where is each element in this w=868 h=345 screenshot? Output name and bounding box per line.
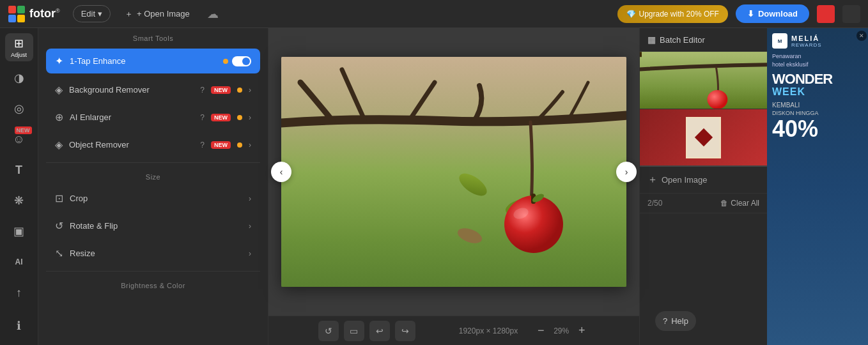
rotate-chevron-icon: ›	[249, 222, 251, 231]
thumbnail-1[interactable]	[640, 52, 767, 109]
brightness-color-label: Brightness & Color	[38, 275, 268, 293]
ai-enlarger-badge: NEW	[211, 114, 231, 121]
obj-remover-help-icon[interactable]: ?	[200, 141, 205, 150]
download-icon: ⬇	[747, 9, 754, 19]
obj-remover-badge: NEW	[211, 141, 231, 149]
enhance-toggle[interactable]	[232, 56, 251, 66]
clear-all-button[interactable]: 🗑 Clear All	[720, 199, 759, 208]
download-button[interactable]: ⬇ Download	[736, 4, 809, 23]
crop-label: Crop	[70, 194, 242, 203]
chevron-down-icon: ▾	[98, 9, 102, 19]
sidebar-item-upload[interactable]: ↑	[5, 279, 33, 307]
cloud-button[interactable]: ☁	[204, 4, 222, 24]
smart-tools-label: Smart Tools	[38, 28, 268, 46]
open-image-row[interactable]: ＋ Open Image	[640, 167, 767, 194]
sidebar-item-frames[interactable]: ▣	[5, 217, 33, 245]
ad-inner: ✕ M MELIÁ REWARDS Penawaranhotel eksklus…	[767, 28, 868, 345]
tool-one-tap-enhance[interactable]: ✦ 1-Tap Enhance	[46, 49, 260, 73]
ad-close-button[interactable]: ✕	[856, 31, 867, 41]
tool-background-remover[interactable]: ◈ Background Remover ? NEW ›	[46, 77, 260, 102]
ad-subtitle: Penawaranhotel eksklusif	[772, 52, 864, 68]
svg-rect-0	[8, 6, 16, 13]
batch-editor-icon: ▦	[647, 34, 656, 45]
next-image-button[interactable]: ›	[616, 162, 637, 182]
adjust-icon: ⊞	[14, 36, 24, 50]
sidebar-item-beauty[interactable]: ◎	[5, 95, 33, 123]
sticker-icon: ☺	[13, 133, 24, 146]
bg-remover-dot	[237, 88, 242, 93]
extra-button[interactable]	[842, 5, 860, 23]
enhance-icon: ✦	[55, 55, 63, 67]
clear-label: Clear All	[731, 199, 759, 208]
trash-icon: 🗑	[720, 199, 728, 208]
sidebar-item-effect[interactable]: ◑	[5, 64, 33, 92]
frame-inner	[686, 117, 721, 158]
sidebar-item-elements[interactable]: ❋	[5, 187, 33, 215]
edit-button[interactable]: Edit ▾	[73, 5, 111, 22]
tool-resize[interactable]: ⤡ Resize ›	[46, 241, 260, 266]
info-icon: ℹ	[17, 319, 21, 333]
bg-remover-help-icon[interactable]: ?	[200, 86, 205, 95]
sidebar-item-sticker[interactable]: NEW ☺	[5, 125, 33, 153]
enhance-toggle-group	[223, 56, 251, 66]
record-button[interactable]	[817, 5, 835, 23]
crop-chevron-icon: ›	[249, 194, 251, 203]
zoom-out-button[interactable]: −	[533, 323, 548, 339]
melia-logo: M	[772, 33, 787, 49]
divider-2	[46, 271, 260, 272]
right-panel: ▦ Batch Editor	[639, 28, 767, 345]
frames-icon: ▣	[13, 224, 24, 238]
canvas-inner: ‹ ›	[268, 28, 639, 316]
icon-sidebar: ⊞ Adjust ◑ ◎ NEW ☺ T ❋ ▣ AI ↑ ℹ	[0, 28, 38, 345]
tool-ai-enlarger[interactable]: ⊕ AI Enlarger ? NEW ›	[46, 105, 260, 130]
sidebar-item-text[interactable]: T	[5, 156, 33, 184]
canvas-svg	[281, 57, 626, 287]
obj-remover-chevron-icon: ›	[249, 141, 251, 150]
svg-rect-12	[640, 52, 767, 109]
ai-enlarger-chevron-icon: ›	[249, 113, 251, 122]
help-button[interactable]: ? Help	[655, 311, 696, 331]
effect-icon: ◑	[14, 71, 24, 85]
crop-icon: ⊡	[55, 192, 63, 204]
sidebar-item-ai[interactable]: AI	[5, 248, 33, 276]
plus-icon: ＋	[125, 8, 133, 20]
ai-enlarger-dot	[237, 115, 242, 120]
zoom-in-button[interactable]: +	[574, 323, 589, 339]
prev-image-button[interactable]: ‹	[271, 162, 291, 182]
bg-remover-icon: ◈	[55, 84, 63, 96]
canvas-area: ‹ › ↺ ▭ ↩ ↪ 1920px × 1280px − 29% +	[268, 28, 639, 345]
plus-open-icon: ＋	[647, 173, 658, 187]
help-label: Help	[671, 316, 688, 326]
bg-remover-label: Background Remover	[69, 85, 194, 95]
obj-remover-label: Object Remover	[69, 140, 194, 150]
size-label: Size	[38, 167, 268, 185]
frame-diamond-icon	[694, 128, 712, 146]
image-container: ‹ ›	[281, 57, 626, 287]
undo-button[interactable]: ↩	[369, 321, 390, 341]
bg-remover-badge: NEW	[211, 86, 231, 94]
sidebar-item-adjust[interactable]: ⊞ Adjust	[5, 33, 33, 61]
redo-button[interactable]: ↪	[395, 321, 415, 341]
zoom-level: 29%	[554, 326, 569, 335]
ai-enlarger-help-icon[interactable]: ?	[200, 113, 205, 122]
bg-remover-chevron-icon: ›	[249, 86, 251, 95]
upgrade-button[interactable]: 💎 Upgrade with 20% OFF	[617, 5, 728, 23]
main-canvas-image	[281, 57, 626, 287]
main-area: ⊞ Adjust ◑ ◎ NEW ☺ T ❋ ▣ AI ↑ ℹ	[0, 28, 868, 345]
thumbnail-2[interactable]	[640, 109, 767, 167]
sidebar-item-info[interactable]: ℹ	[5, 312, 33, 340]
open-image-button[interactable]: ＋ + Open Image	[118, 5, 196, 23]
tool-crop[interactable]: ⊡ Crop ›	[46, 186, 260, 211]
dimension-info: 1920px × 1280px	[459, 326, 518, 335]
batch-editor-button[interactable]: ▦ Batch Editor	[640, 28, 767, 52]
obj-remover-dot	[237, 142, 242, 148]
tool-object-remover[interactable]: ◈ Object Remover ? NEW ›	[46, 132, 260, 157]
beauty-icon: ◎	[14, 102, 24, 116]
melia-rewards-label: REWARDS	[791, 42, 822, 48]
ai-icon: AI	[15, 257, 23, 266]
rotate-left-button[interactable]: ↺	[318, 321, 339, 341]
aspect-ratio-button[interactable]: ▭	[344, 321, 364, 341]
obj-remover-icon: ◈	[55, 139, 63, 151]
tool-rotate-flip[interactable]: ↺ Rotate & Flip ›	[46, 213, 260, 238]
batch-editor-label: Batch Editor	[660, 35, 705, 45]
